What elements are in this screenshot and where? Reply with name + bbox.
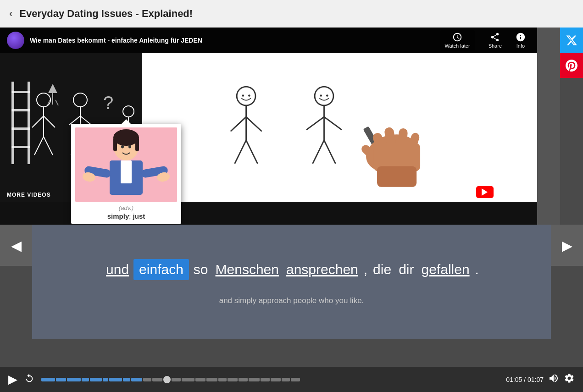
subtitle-word-die[interactable]: die — [370, 260, 394, 279]
subtitle-punct-period: . — [474, 260, 480, 279]
controls-bar: ▶ 01:05 / 01:07 — [0, 367, 583, 392]
progress-seg-4[interactable] — [82, 378, 89, 381]
svg-line-44 — [324, 140, 336, 164]
youtube-text: YouTube — [496, 188, 528, 197]
subtitle-word-dir[interactable]: dir — [396, 260, 416, 279]
page-title: Everyday Dating Issues - Explained! — [19, 8, 193, 20]
subtitle-word-gefallen[interactable]: gefallen — [419, 260, 472, 279]
subtitle-word-menschen[interactable]: Menschen — [213, 260, 282, 279]
progress-seg-16[interactable] — [218, 378, 227, 381]
youtube-icon — [476, 186, 494, 198]
left-arrow-icon: ◀ — [11, 237, 22, 254]
svg-point-12 — [73, 93, 87, 107]
replay-button[interactable] — [22, 373, 37, 386]
svg-line-9 — [44, 116, 55, 127]
svg-rect-60 — [113, 138, 117, 151]
svg-line-11 — [44, 137, 53, 155]
svg-point-6 — [37, 93, 50, 107]
progress-seg-9[interactable] — [131, 378, 142, 381]
youtube-brand: YouTube — [476, 186, 528, 198]
svg-text:?: ? — [103, 93, 113, 113]
progress-seg-5[interactable] — [90, 378, 102, 381]
nav-next-button[interactable]: ▶ — [551, 225, 583, 266]
share-button[interactable]: Share — [484, 30, 506, 50]
progress-seg-17[interactable] — [228, 378, 238, 381]
play-button[interactable]: ▶ — [8, 372, 17, 386]
progress-bar[interactable] — [41, 376, 501, 383]
svg-rect-1 — [28, 82, 30, 164]
word-definition: simply; just — [107, 212, 145, 220]
progress-seg-1[interactable] — [41, 378, 55, 381]
svg-rect-56 — [377, 166, 416, 187]
progress-seg-10[interactable] — [143, 378, 151, 381]
svg-rect-5 — [11, 146, 30, 148]
progress-seg-3[interactable] — [67, 378, 81, 381]
channel-avatar — [7, 32, 24, 49]
progress-seg-19[interactable] — [249, 378, 260, 381]
volume-button[interactable] — [548, 373, 559, 386]
svg-rect-2 — [11, 91, 30, 93]
watch-later-button[interactable]: Watch later — [440, 30, 474, 50]
svg-rect-3 — [11, 109, 30, 111]
settings-button[interactable] — [564, 373, 575, 386]
person-svg — [75, 127, 177, 202]
header: ‹ Everyday Dating Issues - Explained! — [0, 0, 583, 28]
progress-seg-8[interactable] — [123, 378, 130, 381]
progress-seg-14[interactable] — [195, 378, 205, 381]
subtitle-german: und einfach so Menschen ansprechen , die… — [103, 259, 480, 280]
subtitle-word-so[interactable]: so — [191, 260, 211, 279]
progress-seg-15[interactable] — [206, 378, 217, 381]
progress-seg-6[interactable] — [103, 378, 108, 381]
progress-seg-12[interactable] — [172, 378, 181, 381]
svg-line-34 — [246, 117, 262, 132]
svg-rect-0 — [11, 82, 14, 164]
svg-line-8 — [32, 116, 44, 127]
subtitle-punct-comma: , — [363, 260, 368, 279]
svg-line-30 — [56, 100, 58, 105]
word-popup: (adv.) simply; just — [71, 124, 181, 224]
pinterest-button[interactable] — [560, 53, 583, 78]
svg-line-33 — [231, 117, 246, 132]
svg-point-63 — [128, 145, 131, 149]
svg-rect-4 — [11, 127, 30, 130]
word-pos: (adv.) — [119, 204, 133, 211]
svg-marker-27 — [48, 84, 57, 93]
svg-line-36 — [246, 140, 258, 164]
progress-seg-13[interactable] — [182, 378, 194, 381]
subtitle-word-ansprechen[interactable]: ansprechen — [283, 260, 361, 279]
svg-point-46 — [326, 94, 328, 97]
svg-point-31 — [237, 87, 255, 105]
right-arrow-icon: ▶ — [562, 237, 572, 254]
info-button[interactable]: Info — [511, 30, 530, 50]
subtitle-word-einfach[interactable]: einfach — [133, 259, 189, 280]
video-area[interactable]: Wie man Dates bekommt - einfache Anleitu… — [0, 28, 537, 225]
progress-knob[interactable] — [163, 376, 171, 383]
progress-seg-20[interactable] — [261, 378, 270, 381]
subtitle-word-und[interactable]: und — [103, 260, 132, 279]
svg-rect-61 — [135, 138, 139, 151]
svg-point-45 — [320, 94, 322, 97]
word-popup-image — [75, 127, 177, 202]
subtitle-area: und einfach so Menschen ansprechen , die… — [32, 225, 551, 339]
svg-line-43 — [313, 140, 324, 164]
nav-prev-button[interactable]: ◀ — [0, 225, 32, 266]
video-title: Wie man Dates bekommt - einfache Anleitu… — [30, 37, 440, 44]
social-sidebar — [560, 28, 583, 78]
svg-point-39 — [315, 87, 333, 105]
twitter-button[interactable] — [560, 28, 583, 53]
progress-seg-7[interactable] — [109, 378, 122, 381]
progress-seg-11[interactable] — [152, 378, 162, 381]
progress-seg-21[interactable] — [271, 378, 281, 381]
hand-svg — [142, 53, 537, 202]
svg-line-41 — [306, 117, 324, 130]
progress-seg-2[interactable] — [56, 378, 66, 381]
back-button[interactable]: ‹ — [9, 8, 12, 20]
svg-point-21 — [123, 106, 134, 117]
progress-seg-18[interactable] — [239, 378, 248, 381]
progress-seg-23[interactable] — [291, 378, 300, 381]
progress-seg-22[interactable] — [282, 378, 290, 381]
video-header: Wie man Dates bekommt - einfache Anleitu… — [0, 28, 537, 53]
time-display: 01:05 / 01:07 — [506, 376, 544, 383]
drawing-area — [142, 53, 537, 202]
more-videos-label: MORE VIDEOS — [7, 192, 51, 198]
